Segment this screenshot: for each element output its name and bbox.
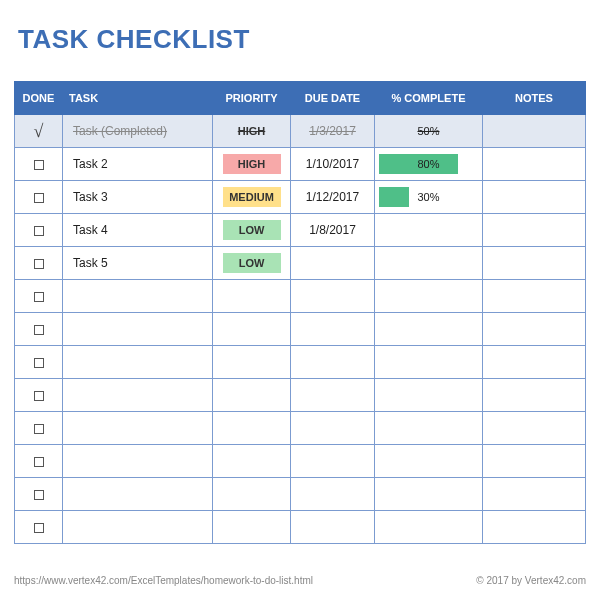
- notes-cell[interactable]: [483, 313, 586, 346]
- due-cell[interactable]: [291, 247, 375, 280]
- complete-cell[interactable]: [375, 412, 483, 445]
- task-label: Task 2: [73, 157, 108, 171]
- priority-cell[interactable]: [213, 346, 291, 379]
- priority-cell[interactable]: [213, 478, 291, 511]
- priority-cell[interactable]: MEDIUM: [213, 181, 291, 214]
- task-cell[interactable]: [63, 280, 213, 313]
- task-cell[interactable]: [63, 412, 213, 445]
- due-cell[interactable]: 1/10/2017: [291, 148, 375, 181]
- table-row: [15, 412, 586, 445]
- task-cell[interactable]: [63, 445, 213, 478]
- task-cell[interactable]: [63, 313, 213, 346]
- complete-cell[interactable]: [375, 280, 483, 313]
- checkmark-icon: √: [34, 121, 44, 141]
- complete-cell[interactable]: [375, 346, 483, 379]
- due-cell[interactable]: [291, 346, 375, 379]
- due-cell[interactable]: [291, 280, 375, 313]
- done-cell[interactable]: [15, 247, 63, 280]
- done-cell[interactable]: [15, 412, 63, 445]
- priority-cell[interactable]: HIGH: [213, 115, 291, 148]
- priority-cell[interactable]: [213, 445, 291, 478]
- due-label: 1/12/2017: [306, 190, 359, 204]
- checkbox-icon: [34, 160, 44, 170]
- complete-cell[interactable]: [375, 478, 483, 511]
- notes-cell[interactable]: [483, 214, 586, 247]
- priority-chip: LOW: [223, 220, 281, 240]
- done-cell[interactable]: [15, 478, 63, 511]
- due-cell[interactable]: 1/3/2017: [291, 115, 375, 148]
- checkbox-icon: [34, 523, 44, 533]
- priority-cell[interactable]: [213, 412, 291, 445]
- due-cell[interactable]: [291, 445, 375, 478]
- notes-cell[interactable]: [483, 148, 586, 181]
- complete-cell[interactable]: 30%: [375, 181, 483, 214]
- notes-cell[interactable]: [483, 511, 586, 544]
- priority-cell[interactable]: [213, 511, 291, 544]
- done-cell[interactable]: [15, 379, 63, 412]
- table-row: [15, 313, 586, 346]
- task-cell[interactable]: [63, 346, 213, 379]
- complete-cell[interactable]: [375, 313, 483, 346]
- complete-cell[interactable]: [375, 379, 483, 412]
- done-cell[interactable]: [15, 511, 63, 544]
- checkbox-icon: [34, 259, 44, 269]
- task-cell[interactable]: Task (Completed): [63, 115, 213, 148]
- table-row: Task 3MEDIUM1/12/201730%: [15, 181, 586, 214]
- complete-cell[interactable]: 80%: [375, 148, 483, 181]
- checkbox-icon: [34, 490, 44, 500]
- notes-cell[interactable]: [483, 379, 586, 412]
- task-cell[interactable]: [63, 511, 213, 544]
- notes-cell[interactable]: [483, 247, 586, 280]
- task-cell[interactable]: [63, 478, 213, 511]
- done-cell[interactable]: [15, 148, 63, 181]
- done-cell[interactable]: [15, 181, 63, 214]
- notes-cell[interactable]: [483, 280, 586, 313]
- checkbox-icon: [34, 193, 44, 203]
- priority-cell[interactable]: LOW: [213, 214, 291, 247]
- due-label: 1/8/2017: [309, 223, 356, 237]
- complete-cell[interactable]: 50%: [375, 115, 483, 148]
- notes-cell[interactable]: [483, 115, 586, 148]
- done-cell[interactable]: [15, 280, 63, 313]
- done-cell[interactable]: [15, 313, 63, 346]
- due-cell[interactable]: [291, 379, 375, 412]
- done-cell[interactable]: [15, 346, 63, 379]
- done-cell[interactable]: [15, 214, 63, 247]
- notes-cell[interactable]: [483, 412, 586, 445]
- task-cell[interactable]: Task 3: [63, 181, 213, 214]
- table-row: √Task (Completed)HIGH1/3/201750%: [15, 115, 586, 148]
- complete-cell[interactable]: [375, 247, 483, 280]
- notes-cell[interactable]: [483, 478, 586, 511]
- done-cell[interactable]: [15, 445, 63, 478]
- priority-chip: HIGH: [223, 154, 281, 174]
- notes-cell[interactable]: [483, 181, 586, 214]
- task-cell[interactable]: Task 2: [63, 148, 213, 181]
- done-cell[interactable]: √: [15, 115, 63, 148]
- due-cell[interactable]: 1/12/2017: [291, 181, 375, 214]
- priority-cell[interactable]: [213, 280, 291, 313]
- complete-cell[interactable]: [375, 511, 483, 544]
- notes-cell[interactable]: [483, 346, 586, 379]
- due-cell[interactable]: [291, 511, 375, 544]
- table-row: Task 2HIGH1/10/201780%: [15, 148, 586, 181]
- table-row: Task 4LOW1/8/2017: [15, 214, 586, 247]
- due-cell[interactable]: 1/8/2017: [291, 214, 375, 247]
- task-checklist-sheet: TASK CHECKLIST DONE TASK PRIORITY DUE DA…: [0, 0, 600, 552]
- due-cell[interactable]: [291, 313, 375, 346]
- priority-cell[interactable]: [213, 379, 291, 412]
- complete-cell[interactable]: [375, 214, 483, 247]
- due-cell[interactable]: [291, 478, 375, 511]
- task-cell[interactable]: [63, 379, 213, 412]
- due-label: 1/3/2017: [309, 124, 356, 138]
- priority-cell[interactable]: [213, 313, 291, 346]
- priority-cell[interactable]: LOW: [213, 247, 291, 280]
- task-cell[interactable]: Task 5: [63, 247, 213, 280]
- priority-cell[interactable]: HIGH: [213, 148, 291, 181]
- due-cell[interactable]: [291, 412, 375, 445]
- task-cell[interactable]: Task 4: [63, 214, 213, 247]
- col-priority: PRIORITY: [213, 82, 291, 115]
- footer: https://www.vertex42.com/ExcelTemplates/…: [14, 575, 586, 586]
- checkbox-icon: [34, 457, 44, 467]
- notes-cell[interactable]: [483, 445, 586, 478]
- complete-cell[interactable]: [375, 445, 483, 478]
